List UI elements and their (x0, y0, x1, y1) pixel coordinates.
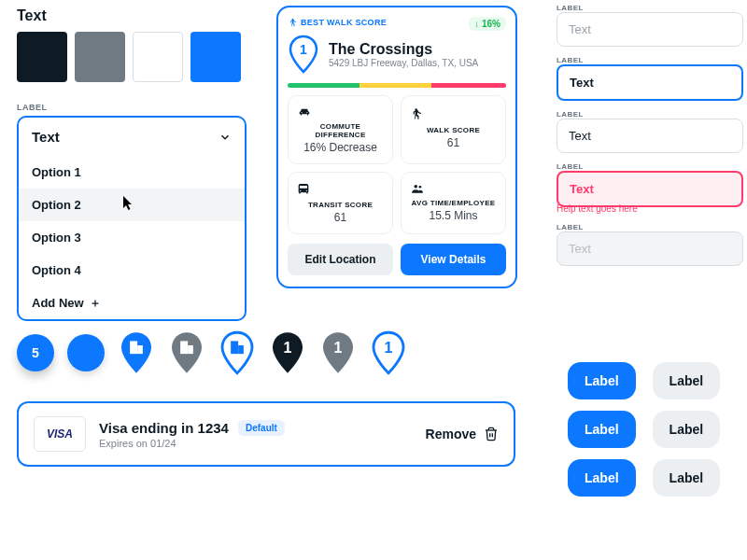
dropdown-add-new[interactable]: Add New (19, 287, 245, 319)
dropdown[interactable]: Text Option 1 Option 2 Option 3 Option 4… (17, 116, 247, 321)
default-chip: Default (238, 420, 285, 436)
swatch-white[interactable] (133, 32, 183, 82)
edit-location-button[interactable]: Edit Location (288, 244, 393, 275)
bus-icon (296, 182, 385, 197)
walk-icon (409, 105, 498, 122)
pin-building-blue[interactable] (118, 330, 155, 375)
remove-button[interactable]: Remove (426, 426, 499, 442)
dropdown-option[interactable]: Option 2 (19, 189, 245, 221)
svg-text:1: 1 (284, 340, 292, 356)
walk-icon (288, 17, 297, 28)
stat-walk: WALK SCORE 61 (401, 95, 506, 164)
dropdown-option[interactable]: Option 4 (19, 254, 245, 287)
chip-secondary[interactable]: Label (653, 362, 721, 399)
field-label: LABEL (557, 110, 743, 119)
car-icon (296, 105, 385, 119)
svg-rect-10 (188, 345, 193, 354)
pin-number-outline[interactable]: 1 (370, 330, 407, 375)
add-new-label: Add New (32, 296, 84, 310)
best-walk-score-badge: BEST WALK SCORE (288, 17, 387, 28)
chip-secondary[interactable]: Label (653, 459, 721, 497)
chip-primary[interactable]: Label (568, 411, 636, 448)
location-address: 5429 LBJ Freeway, Dallas, TX, USA (329, 58, 478, 68)
pin-building-gray[interactable] (168, 330, 205, 375)
text-input-default[interactable]: Text (557, 12, 743, 47)
card-brand-logo: VISA (34, 416, 86, 452)
svg-rect-12 (238, 345, 244, 354)
swatch-blue[interactable] (190, 32, 241, 82)
pin-number-gray[interactable]: 1 (319, 330, 357, 375)
dropdown-selected-text: Text (32, 129, 60, 145)
stat-transit: TRANSIT SCORE 61 (288, 172, 393, 234)
field-label: LABEL (557, 223, 743, 231)
svg-text:1: 1 (300, 42, 307, 57)
remove-label: Remove (426, 427, 476, 441)
chip-primary[interactable]: Label (568, 459, 636, 497)
location-title: The Crossings (329, 41, 478, 58)
score-bar (288, 83, 506, 88)
svg-text:1: 1 (334, 340, 343, 356)
svg-rect-9 (180, 341, 188, 354)
color-swatches (17, 32, 241, 82)
svg-rect-11 (231, 341, 238, 354)
chip-primary[interactable]: Label (568, 362, 636, 399)
chevron-down-icon (218, 131, 232, 144)
view-details-button[interactable]: View Details (401, 244, 506, 275)
text-input-filled[interactable]: Text (557, 119, 743, 153)
delta-badge: ↓ 16% (469, 17, 506, 31)
svg-point-5 (415, 185, 418, 189)
pin-variants-row: 5 1 1 1 (17, 330, 407, 375)
stat-avg-time: AVG TIME/EMPLOYEE 15.5 Mins (401, 172, 506, 234)
location-card: BEST WALK SCORE ↓ 16% 1 The Crossings 54… (276, 6, 517, 288)
svg-text:1: 1 (385, 340, 393, 356)
field-label: LABEL (557, 162, 743, 171)
dropdown-selected[interactable]: Text (19, 118, 245, 156)
text-input-error[interactable]: Text (557, 171, 743, 207)
field-label: LABEL (557, 4, 743, 12)
payment-card: VISA Visa ending in 1234 Default Expires… (17, 401, 515, 467)
swatch-dark[interactable] (17, 32, 67, 82)
dot-marker[interactable] (67, 334, 105, 371)
payment-title: Visa ending in 1234 (99, 420, 229, 436)
dropdown-option[interactable]: Option 3 (19, 221, 245, 254)
location-pin-icon: 1 (288, 35, 319, 74)
people-icon (409, 182, 498, 195)
text-input-disabled: Text (557, 231, 743, 266)
stat-commute: COMMUTE DIFFERENCE 16% Decrease (288, 95, 393, 164)
cursor-icon (123, 196, 134, 211)
pin-number-dark[interactable]: 1 (269, 330, 306, 375)
chip-secondary[interactable]: Label (653, 411, 721, 448)
field-help-text: Help text goes here (557, 203, 743, 214)
dropdown-option[interactable]: Option 1 (19, 156, 245, 189)
pin-building-outline[interactable] (218, 330, 256, 375)
dropdown-label: LABEL (17, 103, 247, 112)
svg-rect-8 (137, 345, 143, 354)
payment-expiry: Expires on 01/24 (99, 438, 413, 449)
text-heading: Text (17, 7, 241, 24)
trash-icon (484, 426, 499, 442)
field-label: LABEL (557, 56, 743, 64)
svg-point-6 (419, 186, 422, 189)
dropdown-option-label: Option 2 (32, 198, 81, 212)
text-input-focused[interactable]: Text (557, 64, 743, 101)
svg-rect-7 (130, 341, 137, 354)
count-badge[interactable]: 5 (17, 334, 54, 371)
swatch-gray[interactable] (75, 32, 125, 82)
plus-icon (90, 298, 101, 309)
